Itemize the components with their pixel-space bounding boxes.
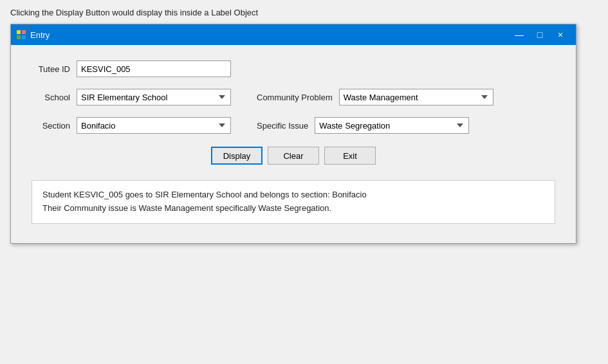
school-label: School: [32, 93, 77, 102]
title-bar: Entry — □ ×: [11, 24, 576, 45]
top-instruction-label: Clicking the Display Button would displa…: [10, 8, 258, 17]
tutee-id-input[interactable]: [77, 60, 231, 77]
svg-rect-1: [22, 30, 26, 34]
window-body: Tutee ID School SIR Elementary School Co…: [11, 45, 576, 243]
window-controls: — □ ×: [509, 24, 571, 45]
specific-issue-label: Specific Issue: [257, 121, 308, 131]
specific-issue-select[interactable]: Waste Segregation: [315, 117, 469, 134]
svg-rect-0: [17, 30, 21, 34]
buttons-row: Display Clear Exit: [32, 147, 555, 165]
community-problem-label: Community Problem: [257, 93, 333, 102]
window-icon: [16, 30, 26, 40]
section-select[interactable]: Bonifacio: [77, 117, 231, 134]
window-title: Entry: [30, 30, 509, 40]
community-problem-group: Community Problem Waste Management: [257, 89, 493, 105]
entry-window: Entry — □ × Tutee ID School SIR Elementa…: [10, 24, 576, 244]
exit-button[interactable]: Exit: [324, 147, 376, 165]
output-line1: Student KESVIC_005 goes to SIR Elementar…: [42, 188, 544, 202]
maximize-button[interactable]: □: [530, 24, 550, 45]
school-select[interactable]: SIR Elementary School: [77, 89, 231, 105]
svg-rect-3: [22, 35, 26, 39]
specific-issue-group: Specific Issue Waste Segregation: [257, 117, 469, 134]
tutee-id-label: Tutee ID: [32, 64, 77, 74]
clear-button[interactable]: Clear: [268, 147, 319, 165]
school-community-row: School SIR Elementary School Community P…: [32, 89, 555, 105]
output-line2: Their Community issue is Waste Managemen…: [42, 202, 544, 215]
section-label: Section: [32, 121, 77, 131]
svg-rect-2: [17, 35, 21, 39]
community-problem-select[interactable]: Waste Management: [339, 89, 493, 105]
section-issue-row: Section Bonifacio Specific Issue Waste S…: [32, 117, 555, 134]
output-label: Student KESVIC_005 goes to SIR Elementar…: [32, 180, 555, 224]
display-button[interactable]: Display: [211, 147, 263, 165]
close-button[interactable]: ×: [550, 24, 571, 45]
minimize-button[interactable]: —: [509, 24, 530, 45]
tutee-id-row: Tutee ID: [32, 60, 555, 77]
